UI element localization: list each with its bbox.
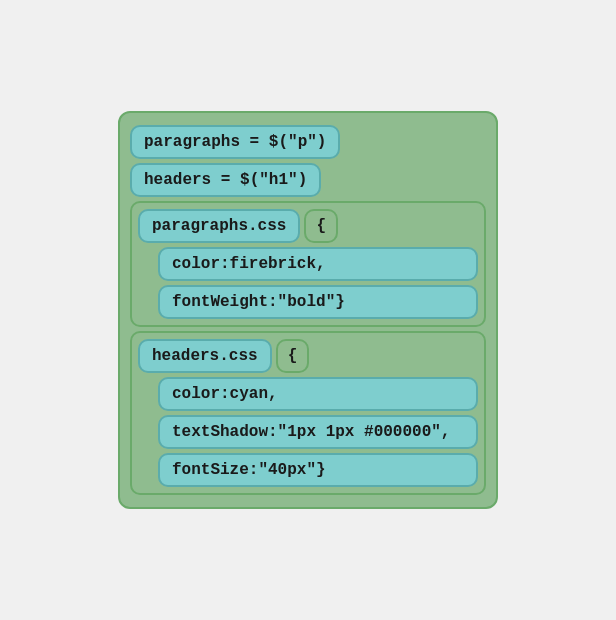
paragraphs-assign-block: paragraphs = $("p") (130, 125, 340, 159)
headers-css-prop-2: fontSize:"40px"} (158, 453, 478, 487)
paragraphs-css-header: paragraphs.css { (138, 209, 478, 243)
paragraphs-css-prop-0: color:firebrick, (158, 247, 478, 281)
paragraphs-value: $("p") (269, 133, 327, 151)
paragraphs-css-props: color:firebrick, fontWeight:"bold"} (138, 247, 478, 319)
headers-assign-row: headers = $("h1") (130, 163, 486, 197)
headers-css-header: headers.css { (138, 339, 478, 373)
code-container: paragraphs = $("p") headers = $("h1") pa… (118, 111, 498, 509)
headers-css-prop-1: textShadow:"1px 1px #000000", (158, 415, 478, 449)
headers-label: headers (144, 171, 211, 189)
headers-css-prop-0: color:cyan, (158, 377, 478, 411)
paragraphs-assign-row: paragraphs = $("p") (130, 125, 486, 159)
paragraphs-css-prop-1: fontWeight:"bold"} (158, 285, 478, 319)
paragraphs-operator: = (240, 133, 269, 151)
headers-css-outer: headers.css { color:cyan, textShadow:"1p… (130, 331, 486, 495)
headers-css-props: color:cyan, textShadow:"1px 1px #000000"… (138, 377, 478, 487)
headers-value: $("h1") (240, 171, 307, 189)
headers-operator: = (211, 171, 240, 189)
paragraphs-css-label: paragraphs.css (138, 209, 300, 243)
paragraphs-css-brace: { (304, 209, 338, 243)
headers-css-label: headers.css (138, 339, 272, 373)
paragraphs-css-outer: paragraphs.css { color:firebrick, fontWe… (130, 201, 486, 327)
headers-css-brace: { (276, 339, 310, 373)
paragraphs-label: paragraphs (144, 133, 240, 151)
headers-assign-block: headers = $("h1") (130, 163, 321, 197)
